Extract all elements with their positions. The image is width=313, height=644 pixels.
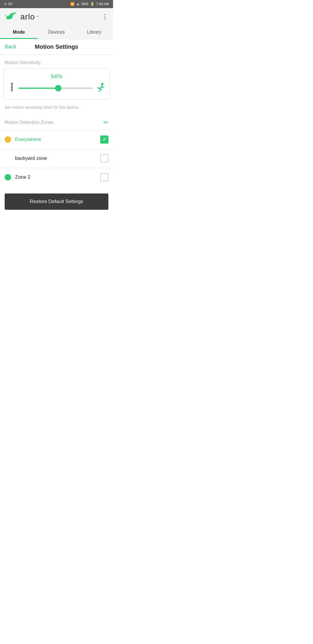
sensitivity-slider[interactable]	[18, 88, 93, 89]
status-right: 📶 ▲ 94% 🔋 7:40 AM	[70, 2, 109, 6]
clock: 7:40 AM	[96, 2, 109, 6]
svg-point-8	[101, 83, 103, 85]
battery-icon: 🔋	[90, 2, 94, 6]
zone-item-zone2: Zone 2	[0, 168, 113, 187]
restore-default-button[interactable]: Restore Default Settings	[5, 193, 108, 210]
more-options-icon[interactable]: ⋮	[102, 13, 108, 21]
status-icon: ⊙	[4, 2, 7, 6]
svg-rect-5	[11, 85, 13, 89]
zone-dot-everywhere	[5, 136, 11, 143]
zone-checkbox-backyard[interactable]	[100, 154, 108, 162]
motion-sensitivity-slider-container: 54%	[3, 68, 110, 100]
zone-item-backyard: backyard zone	[0, 149, 113, 168]
back-button[interactable]: Back	[5, 44, 16, 50]
signal-icon: ▲	[76, 2, 80, 6]
sensitivity-helper-text: Set motion sensitivity level for this de…	[0, 102, 113, 115]
edit-zones-icon[interactable]: ✏	[103, 119, 108, 126]
slider-percent-value: 54%	[8, 73, 105, 80]
zone-name-everywhere: Everywhere	[15, 137, 100, 142]
tab-mode[interactable]: Mode	[0, 26, 38, 39]
slider-row	[8, 83, 105, 94]
zone-dot-backyard	[5, 155, 11, 162]
high-sensitivity-icon	[96, 83, 105, 93]
logo-icon	[5, 12, 19, 22]
temperature: 53°	[8, 2, 13, 6]
svg-rect-6	[11, 89, 12, 91]
battery-percent: 94%	[81, 2, 88, 6]
low-sensitivity-icon	[8, 83, 15, 94]
status-bar: ⊙ 53° 📶 ▲ 94% 🔋 7:40 AM	[0, 0, 113, 8]
motion-sensitivity-label: Motion Sensitivity	[0, 55, 113, 68]
zone-section-label: Motion Detection Zones	[5, 120, 54, 125]
tab-library[interactable]: Library	[75, 26, 113, 39]
sub-header: Back Motion Settings	[0, 39, 113, 55]
app-header: arlo ™ ⋮	[0, 8, 113, 26]
svg-point-4	[11, 83, 13, 85]
wifi-icon: 📶	[70, 2, 74, 6]
zone-name-zone2: Zone 2	[15, 174, 100, 180]
tab-bar: Mode Devices Library	[0, 26, 113, 39]
zone-item-everywhere: Everywhere	[0, 130, 113, 149]
tab-devices[interactable]: Devices	[38, 26, 75, 39]
zone-dot-zone2	[5, 174, 11, 180]
svg-marker-1	[5, 15, 7, 16]
zone-checkbox-everywhere[interactable]	[100, 135, 108, 144]
content: Motion Sensitivity 54%	[0, 55, 113, 210]
zone-name-backyard: backyard zone	[15, 155, 100, 161]
zone-checkbox-zone2[interactable]	[100, 173, 108, 181]
svg-rect-7	[12, 89, 13, 91]
zone-section-header: Motion Detection Zones ✏	[0, 115, 113, 130]
logo-text: arlo	[20, 12, 35, 21]
logo: arlo ™	[5, 12, 39, 22]
status-left: ⊙ 53°	[4, 2, 13, 6]
page-title: Motion Settings	[35, 44, 78, 50]
